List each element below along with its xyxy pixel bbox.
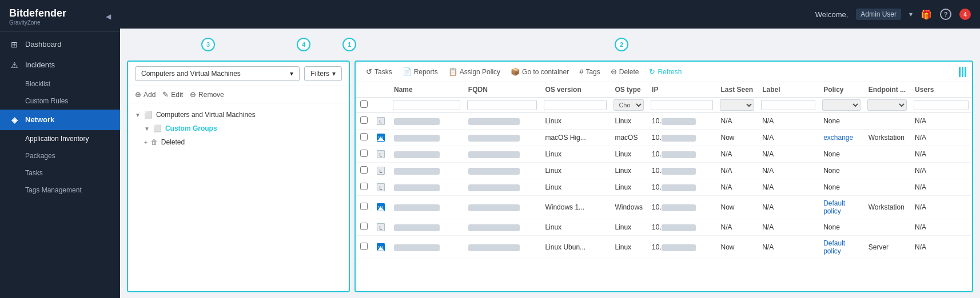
delete-button[interactable]: ⊖ Delete <box>606 65 644 78</box>
add-icon: ⊕ <box>135 90 141 99</box>
row-fqdn <box>464 130 541 146</box>
row-ip: 10. <box>647 236 716 259</box>
reports-button[interactable]: 📄 Reports <box>398 65 443 78</box>
row-icon-cell: L <box>372 113 389 130</box>
filter-os-type[interactable]: Cho <box>614 99 644 111</box>
row-checkbox-cell <box>356 146 372 163</box>
row-checkbox[interactable] <box>360 166 368 174</box>
tree-root-item[interactable]: ▼ ⬜ Computers and Virtual Machines <box>128 108 349 122</box>
dashboard-icon: ⊞ <box>9 40 19 49</box>
username-label[interactable]: Admin User <box>856 9 901 20</box>
row-policy: None <box>819 163 864 179</box>
sidebar-item-tags-management[interactable]: Tags Management <box>0 182 120 199</box>
policy-link[interactable]: exchange <box>823 134 853 142</box>
blurred-fqdn <box>468 204 520 211</box>
col-os-version[interactable]: OS version <box>540 82 610 98</box>
column-grip[interactable] <box>959 67 966 77</box>
windows-icon: W <box>377 134 385 142</box>
row-fqdn <box>464 236 541 259</box>
row-os-version: Linux <box>540 146 610 163</box>
row-checkbox[interactable] <box>360 150 368 157</box>
col-fqdn[interactable]: FQDN <box>464 82 541 98</box>
col-policy[interactable]: Policy <box>819 82 864 98</box>
refresh-label: Refresh <box>658 68 682 76</box>
select-all-checkbox[interactable] <box>359 100 369 108</box>
col-label[interactable]: Label <box>758 82 819 98</box>
grip-bar-2 <box>962 67 963 77</box>
policy-link[interactable]: Default policy <box>823 199 845 215</box>
row-users: N/A <box>910 163 972 179</box>
row-label: N/A <box>758 196 819 219</box>
go-to-container-label: Go to container <box>522 68 569 76</box>
col-endpoint[interactable]: Endpoint ... <box>864 82 910 98</box>
sidebar-item-packages[interactable]: Packages <box>0 147 120 164</box>
row-ip: 10. <box>647 179 716 196</box>
gift-icon[interactable]: 🎁 <box>921 9 932 20</box>
sidebar-item-application-inventory[interactable]: Application Inventory <box>0 130 120 147</box>
right-toolbar: ↺ Tasks 📄 Reports 📋 Assign Policy 📦 Go t… <box>356 62 972 82</box>
col-os-type[interactable]: OS type <box>610 82 647 98</box>
row-checkbox[interactable] <box>360 183 368 190</box>
row-ip: 10. <box>647 219 716 236</box>
notification-badge[interactable]: 4 <box>959 9 971 20</box>
sidebar-item-tasks[interactable]: Tasks <box>0 164 120 182</box>
tags-button[interactable]: # Tags <box>575 65 605 78</box>
col-ip[interactable]: IP <box>647 82 716 98</box>
filter-users[interactable] <box>914 100 969 110</box>
row-os-version: Linux <box>540 179 610 196</box>
tree-item-label[interactable]: Custom Groups <box>165 124 217 132</box>
col-last-seen[interactable]: Last Seen <box>716 82 758 98</box>
sidebar-item-network[interactable]: ◈ Network <box>0 110 120 130</box>
row-os-type: Windows <box>610 196 647 219</box>
computers-table: Name FQDN OS version OS type IP Last See… <box>356 82 972 259</box>
help-icon[interactable]: ? <box>940 9 951 20</box>
filter-ip[interactable] <box>651 100 712 110</box>
blurred-ip <box>662 224 696 231</box>
tree-deleted-item[interactable]: + 🗑 Deleted <box>128 135 349 149</box>
row-checkbox[interactable] <box>360 243 368 250</box>
tasks-button[interactable]: ↺ Tasks <box>361 65 397 78</box>
row-checkbox[interactable] <box>360 116 368 124</box>
add-label: Add <box>144 91 156 99</box>
col-users[interactable]: Users <box>910 82 972 98</box>
sidebar-item-label: Blocklist <box>25 80 50 88</box>
row-checkbox[interactable] <box>360 133 368 140</box>
remove-button[interactable]: ⊖ Remove <box>190 90 224 99</box>
filter-label[interactable] <box>761 100 815 110</box>
row-checkbox[interactable] <box>360 223 368 230</box>
assign-policy-label: Assign Policy <box>460 68 500 76</box>
filter-fqdn[interactable] <box>467 100 537 110</box>
tree-custom-groups-item[interactable]: ▼ ⬜ Custom Groups <box>128 122 349 135</box>
row-checkbox-cell <box>356 163 372 179</box>
policy-link[interactable]: Default policy <box>823 239 845 255</box>
filters-button[interactable]: Filters ▾ <box>304 66 342 81</box>
filter-os-version[interactable] <box>544 100 607 110</box>
folder-icon: ⬜ <box>153 124 162 132</box>
row-endpoint: Workstation <box>864 196 910 219</box>
sidebar-item-custom-rules[interactable]: Custom Rules <box>0 92 120 110</box>
row-last-seen: N/A <box>716 146 758 163</box>
refresh-button[interactable]: ↻ Refresh <box>644 65 686 78</box>
dropdown-arrow-icon[interactable]: ▾ <box>909 10 913 18</box>
reports-icon: 📄 <box>403 67 412 76</box>
filter-name[interactable] <box>393 100 460 110</box>
sidebar-item-incidents[interactable]: ⚠ Incidents <box>0 55 120 75</box>
sidebar-item-label: Incidents <box>25 61 55 69</box>
sidebar-collapse-button[interactable]: ◀ <box>106 13 111 21</box>
filter-last-seen[interactable] <box>720 99 755 111</box>
sidebar-item-blocklist[interactable]: Blocklist <box>0 75 120 92</box>
reports-label: Reports <box>414 68 438 76</box>
scope-dropdown[interactable]: Computers and Virtual Machines ▾ <box>135 66 300 81</box>
blurred-fqdn <box>468 244 520 251</box>
sidebar-item-dashboard[interactable]: ⊞ Dashboard <box>0 34 120 55</box>
col-name[interactable]: Name <box>389 82 464 98</box>
assign-policy-button[interactable]: 📋 Assign Policy <box>444 65 505 78</box>
row-checkbox[interactable] <box>360 203 368 210</box>
filter-policy[interactable] <box>822 99 861 111</box>
row-os-version: Windows 1... <box>540 196 610 219</box>
add-button[interactable]: ⊕ Add <box>135 90 156 99</box>
table-row: W macOS Hig...macOS10. NowN/AexchangeWor… <box>356 130 972 146</box>
edit-button[interactable]: ✎ Edit <box>162 90 183 99</box>
filter-endpoint[interactable] <box>867 99 907 111</box>
go-to-container-button[interactable]: 📦 Go to container <box>506 65 573 78</box>
